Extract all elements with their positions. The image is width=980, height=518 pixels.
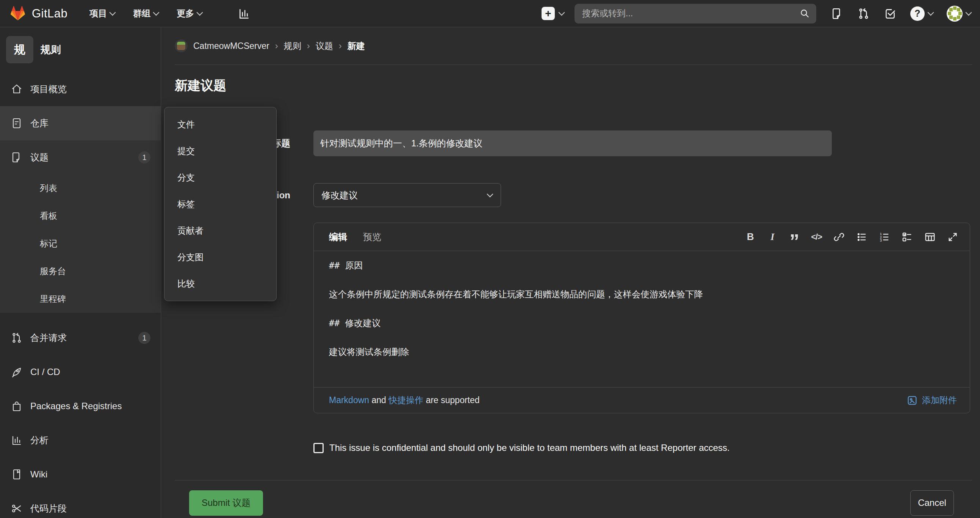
breadcrumb-issues[interactable]: 议题	[316, 40, 333, 52]
italic-icon[interactable]: I	[767, 231, 778, 244]
table-icon[interactable]	[924, 231, 935, 244]
code-icon[interactable]: </>	[811, 231, 822, 244]
top-navbar: GitLab 项目 群组 更多 +	[0, 0, 980, 27]
chevron-down-icon	[487, 191, 493, 198]
gitlab-wordmark: GitLab	[32, 7, 67, 21]
repo-menu-branches[interactable]: 分支	[164, 164, 276, 191]
editor-line: ## 修改建议	[329, 309, 955, 338]
quick-actions-link[interactable]: 快捷操作	[388, 394, 423, 406]
merge-request-icon[interactable]	[857, 7, 870, 20]
numbered-list-icon[interactable]: 1 2 3	[879, 231, 890, 244]
gitlab-home-link[interactable]: GitLab	[9, 5, 67, 22]
svg-text:3: 3	[880, 239, 882, 242]
template-selected-value: 修改建议	[321, 189, 358, 201]
sidebar-item-boards[interactable]: 看板	[0, 202, 161, 230]
sidebar-item-issues-list[interactable]: 列表	[0, 174, 161, 202]
project-context-header[interactable]: 规 规则	[0, 27, 161, 72]
project-avatar: 规	[6, 36, 33, 63]
sidebar-item-repository[interactable]: 仓库	[0, 106, 161, 140]
sidebar-item-snippets[interactable]: 代码片段	[0, 491, 161, 518]
sidebar-item-labels[interactable]: 标记	[0, 230, 161, 258]
description-template-row: Description 修改建议	[175, 183, 972, 207]
sidebar-item-overview[interactable]: 项目概览	[0, 72, 161, 106]
gitlab-new-issue-page: GitLab 项目 群组 更多 +	[0, 0, 980, 518]
menu-groups[interactable]: 群组	[133, 8, 158, 19]
fullscreen-icon[interactable]	[947, 231, 958, 244]
submit-issue-button[interactable]: Submit 议题	[189, 490, 263, 516]
menu-projects[interactable]: 项目	[89, 8, 115, 19]
breadcrumb-separator: ›	[307, 41, 310, 51]
bullet-list-icon[interactable]	[856, 231, 867, 244]
confidential-checkbox[interactable]	[313, 443, 324, 453]
repo-menu-contributors[interactable]: 贡献者	[164, 217, 276, 244]
analytics-icon	[10, 434, 23, 446]
chevron-down-icon	[197, 10, 203, 16]
markdown-editor: 编辑 预览 B I ” </>	[313, 223, 970, 413]
repo-menu-files[interactable]: 文件	[164, 111, 276, 138]
repository-icon	[10, 117, 23, 129]
menu-more[interactable]: 更多	[177, 8, 202, 19]
editor-line: 这个条例中所规定的测试条例存在着不能够让玩家互相赠送物品的问题，这样会使游戏体验…	[329, 280, 955, 309]
page-title: 新建议题	[175, 76, 972, 94]
repo-menu-compare[interactable]: 比较	[164, 270, 276, 297]
editor-line: 建议将测试条例删除	[329, 338, 955, 366]
chevron-down-icon	[928, 10, 934, 16]
breadcrumb-project[interactable]: CatmeowMCServer	[193, 41, 269, 51]
quote-icon[interactable]: ”	[789, 226, 800, 248]
issues-icon[interactable]	[831, 7, 843, 20]
sidebar-item-analytics[interactable]: 分析	[0, 423, 161, 457]
chevron-down-icon	[558, 10, 565, 16]
editor-line: ## 原因	[329, 251, 955, 280]
form-actions-divider	[175, 480, 972, 480]
sidebar-item-packages[interactable]: Packages & Registries	[0, 389, 161, 423]
link-icon[interactable]	[833, 231, 845, 244]
description-editor-row: 编辑 预览 B I ” </>	[175, 223, 972, 413]
editor-footer: Markdown and 快捷操作 are supported 添加附件	[314, 387, 970, 413]
package-icon	[10, 400, 23, 412]
wiki-icon	[10, 468, 23, 480]
editor-toolbar: B I ” </>	[745, 226, 958, 248]
merge-request-icon	[10, 332, 23, 344]
chevron-down-icon	[153, 10, 159, 16]
sidebar-item-service-desk[interactable]: 服务台	[0, 258, 161, 285]
markdown-textarea[interactable]: ## 原因 这个条例中所规定的测试条例存在着不能够让玩家互相赠送物品的问题，这样…	[314, 251, 970, 387]
new-item-dropdown[interactable]: +	[541, 7, 564, 20]
todo-icon[interactable]	[884, 7, 897, 20]
breadcrumb: CatmeowMCServer › 规则 › 议题 › 新建	[175, 27, 972, 65]
help-icon: ?	[910, 6, 925, 21]
tab-write[interactable]: 编辑	[329, 231, 347, 243]
repo-menu-tags[interactable]: 标签	[164, 191, 276, 217]
home-icon	[10, 83, 23, 95]
markdown-help-link[interactable]: Markdown	[329, 395, 369, 405]
search-input[interactable]	[574, 8, 816, 19]
task-list-icon[interactable]	[902, 231, 913, 244]
confidential-text: This issue is confidential and should on…	[329, 443, 730, 453]
navbar-menu: 项目 群组 更多	[89, 7, 250, 20]
template-select[interactable]: 修改建议	[313, 183, 501, 207]
global-search	[574, 4, 816, 24]
form-actions: Submit 议题 Cancel	[175, 483, 972, 518]
plus-icon: +	[541, 7, 555, 20]
help-menu[interactable]: ?	[910, 6, 933, 21]
project-grass-avatar	[175, 40, 188, 52]
sidebar-item-wiki[interactable]: Wiki	[0, 457, 161, 491]
scissors-icon	[10, 502, 23, 515]
breadcrumb-rules[interactable]: 规则	[284, 40, 301, 52]
repo-menu-commits[interactable]: 提交	[164, 138, 276, 164]
sidebar-item-milestones[interactable]: 里程碑	[0, 285, 161, 313]
repo-menu-graph[interactable]: 分支图	[164, 244, 276, 270]
tab-preview[interactable]: 预览	[363, 231, 381, 243]
issue-title-input[interactable]	[313, 131, 832, 156]
bold-icon[interactable]: B	[745, 231, 756, 244]
chart-icon[interactable]	[238, 7, 250, 20]
rocket-icon	[10, 366, 23, 378]
sidebar-item-merge-requests[interactable]: 合并请求 1	[0, 321, 161, 355]
attach-file-button[interactable]: 添加附件	[907, 394, 957, 406]
user-menu[interactable]	[947, 6, 971, 22]
sidebar-item-issues[interactable]: 议题 1	[0, 140, 161, 174]
search-icon	[800, 8, 810, 19]
cancel-button[interactable]: Cancel	[910, 490, 954, 516]
repository-dropdown-menu: 文件 提交 分支 标签 贡献者 分支图 比较	[164, 107, 277, 301]
sidebar-item-cicd[interactable]: CI / CD	[0, 355, 161, 389]
title-field-row: 标题	[175, 131, 972, 156]
